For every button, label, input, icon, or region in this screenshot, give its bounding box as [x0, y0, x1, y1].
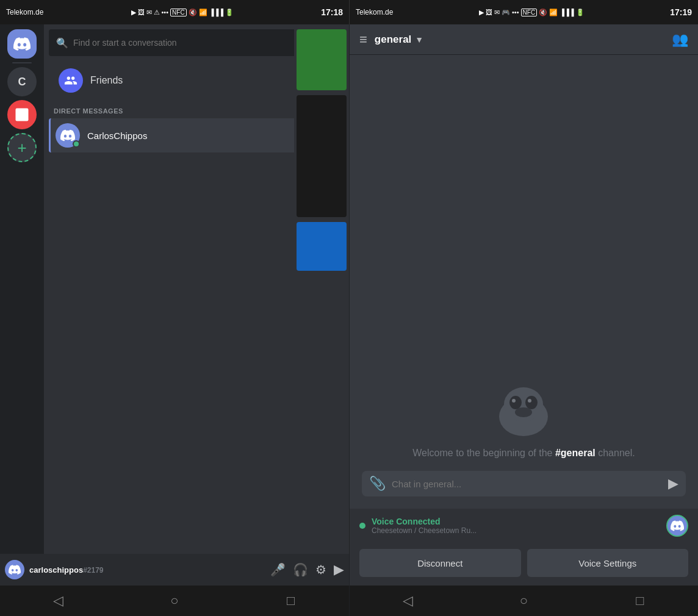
forward-icon[interactable]: ▶ — [334, 562, 344, 578]
voice-info: Voice Connected Cheesetown / Cheesetown … — [372, 517, 660, 535]
voice-buttons-row: Disconnect Voice Settings — [350, 543, 698, 586]
dm-user-avatar — [56, 123, 80, 148]
svg-point-7 — [515, 407, 532, 417]
bottom-nav-left: ◁ ○ □ — [0, 586, 349, 616]
channel-name-text: general — [375, 34, 411, 46]
right-panel: ≡ general ▼ 👥 — [349, 24, 698, 616]
user-discord-icon — [9, 564, 21, 576]
hamburger-menu-icon[interactable]: ≡ — [359, 32, 367, 48]
wifi-icon: 📶 — [199, 9, 207, 16]
channel-hashtag: #general — [555, 448, 595, 458]
mail-icon-r: ✉ — [494, 9, 500, 16]
dm-panel: 🔍 ⋮ Friends DIRECT MES — [44, 24, 349, 554]
home-button-right[interactable]: ○ — [511, 589, 536, 613]
discord-icon-r: 🎮 — [502, 9, 510, 16]
voice-settings-button[interactable]: Voice Settings — [527, 549, 689, 577]
server-red-icon — [13, 106, 31, 123]
voice-connected-bar: Voice Connected Cheesetown / Cheesetown … — [350, 509, 698, 543]
user-info: carloschippos#2179 — [29, 565, 265, 575]
nfc-badge: NFC — [170, 9, 187, 16]
search-icon: 🔍 — [56, 37, 68, 49]
home-button-left[interactable]: ○ — [162, 589, 187, 613]
plus-icon: + — [17, 138, 26, 157]
attachment-icon[interactable]: 📎 — [369, 476, 386, 492]
voice-connected-label: Voice Connected — [372, 517, 660, 526]
server-icon-c[interactable]: C — [7, 67, 37, 96]
chat-input-bar: 📎 ▶ — [362, 471, 686, 496]
back-button-left[interactable]: ◁ — [46, 589, 70, 613]
svg-point-5 — [512, 399, 516, 403]
nfc-badge-r: NFC — [521, 9, 538, 16]
camera-icon-r: 🖼 — [486, 9, 492, 16]
carrier-left: Telekom.de — [6, 8, 43, 16]
mute-icon: 🔇 — [189, 9, 197, 16]
discord-clyde-icon — [13, 35, 31, 52]
time-left: 17:18 — [321, 7, 343, 17]
discord-dm-icon — [60, 128, 75, 143]
server-sidebar: C + — [0, 24, 44, 554]
mute-icon-r: 🔇 — [539, 9, 547, 16]
svg-point-3 — [509, 396, 522, 409]
more-icon: ••• — [162, 9, 169, 16]
voice-user-avatar — [666, 515, 688, 537]
battery-icon-r: 🔋 — [576, 9, 585, 16]
play-icon: ▶ — [131, 9, 136, 16]
server-icon-home[interactable] — [7, 29, 37, 59]
user-avatar — [5, 560, 24, 579]
friends-icon — [64, 74, 77, 87]
user-actions: 🎤 🎧 ⚙ — [270, 562, 326, 577]
carrier-right: Telekom.de — [356, 8, 393, 16]
welcome-section: Welcome to the beginning of the #general… — [412, 383, 635, 459]
server-c-label: C — [18, 76, 26, 88]
play-icon-r: ▶ — [479, 9, 484, 16]
wifi-icon-r: 📶 — [549, 9, 558, 16]
signal-icon-r: ▐▐▐ — [559, 9, 574, 16]
mail-icon: ✉ — [146, 9, 152, 16]
add-server-button[interactable]: + — [7, 133, 37, 162]
status-bar-left: Telekom.de ▶ 🖼 ✉ ⚠ ••• NFC 🔇 📶 ▐▐▐ 🔋 17:… — [0, 0, 349, 24]
voice-channel-path: Cheesetown / Cheesetown Ru... — [372, 526, 660, 535]
recents-button-left[interactable]: □ — [279, 589, 303, 613]
username-display: carloschippos#2179 — [29, 565, 265, 575]
channel-dropdown-icon[interactable]: ▼ — [415, 35, 423, 45]
friends-avatar — [59, 68, 83, 93]
sidebar-divider — [12, 62, 32, 63]
dm-username: CarlosChippos — [87, 131, 147, 141]
microphone-icon[interactable]: 🎤 — [270, 562, 286, 577]
alert-icon: ⚠ — [154, 9, 160, 16]
time-right: 17:19 — [670, 7, 692, 17]
welcome-message: Welcome to the beginning of the #general… — [412, 448, 635, 459]
friends-label: Friends — [90, 75, 123, 86]
partial-right-overlay — [294, 24, 349, 554]
settings-icon[interactable]: ⚙ — [315, 562, 326, 577]
svg-rect-0 — [16, 109, 29, 121]
back-button-right[interactable]: ◁ — [395, 589, 420, 613]
headset-icon[interactable]: 🎧 — [293, 562, 308, 577]
more-icon-r: ••• — [512, 9, 519, 16]
signal-icon: ▐▐▐ — [209, 9, 223, 16]
camera-icon: 🖼 — [138, 9, 145, 16]
server-icon-red[interactable] — [7, 100, 37, 129]
search-input[interactable] — [73, 38, 321, 48]
bottom-nav-right: ◁ ○ □ — [350, 586, 698, 616]
chat-input[interactable] — [392, 479, 662, 489]
channel-name-container: general ▼ — [375, 34, 423, 46]
voice-dot — [359, 523, 365, 529]
battery-icon: 🔋 — [225, 9, 234, 16]
online-indicator — [73, 140, 80, 148]
channel-header: ≡ general ▼ 👥 — [350, 24, 698, 55]
members-list-icon[interactable]: 👥 — [672, 32, 688, 48]
svg-point-6 — [528, 399, 531, 403]
user-bar: carloschippos#2179 🎤 🎧 ⚙ ▶ — [0, 554, 349, 586]
recents-button-right[interactable]: □ — [628, 589, 652, 613]
send-icon[interactable]: ▶ — [668, 476, 678, 492]
chat-area: Welcome to the beginning of the #general… — [350, 55, 698, 509]
voice-avatar-icon — [671, 519, 684, 532]
status-bar-right: Telekom.de ▶ 🖼 ✉ 🎮 ••• NFC 🔇 📶 ▐▐▐ 🔋 17:… — [349, 0, 698, 24]
svg-point-4 — [525, 396, 538, 409]
discord-mascot-icon — [490, 383, 557, 438]
left-panel: C + — [0, 24, 349, 616]
disconnect-button[interactable]: Disconnect — [359, 549, 521, 577]
